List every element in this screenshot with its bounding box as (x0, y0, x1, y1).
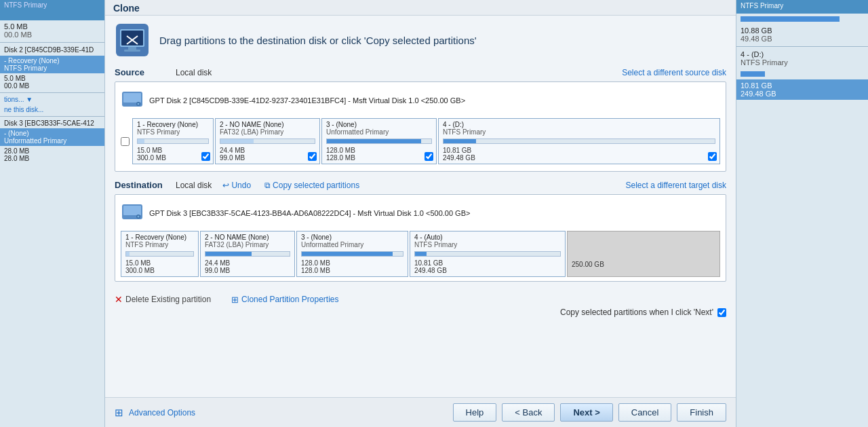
copy-icon: ⧉ (264, 181, 271, 190)
src-p4-sizes: 10.81 GB 249.48 GB (443, 147, 715, 162)
source-disk-detail: GPT Disk 2 [C845CD9B-339E-41D2-9237-2340… (149, 96, 465, 105)
back-button[interactable]: < Back (502, 403, 555, 422)
source-disk-panel: GPT Disk 2 [C845CD9B-339E-41D2-9237-2340… (115, 81, 726, 172)
footer: ⊞ Advanced Options Help < Back Next > Ca… (105, 397, 736, 427)
dest-partition-1[interactable]: 1 - Recovery (None) NTFS Primary 15.0 MB… (121, 231, 199, 277)
src-p4-bar (443, 138, 715, 144)
undo-icon: ↩ (222, 181, 229, 190)
right-item-1[interactable]: 10.88 GB 49.48 GB (736, 24, 868, 45)
dst-p4-sizes: 10.81 GB 249.48 GB (414, 259, 561, 274)
right-item-3[interactable]: 10.81 GB 249.48 GB (736, 79, 868, 100)
dest-partition-4[interactable]: 4 - (Auto) NTFS Primary 10.81 GB 249.48 … (410, 231, 566, 277)
source-disk-icon-wrap (121, 88, 144, 113)
svg-point-12 (138, 216, 140, 218)
dest-disk-detail: GPT Disk 3 [EBC3B33F-5CAE-4123-BB4A-AD6A… (149, 209, 470, 217)
copy-when-label: Copy selected partitions when I click 'N… (560, 308, 713, 317)
cloned-props-link[interactable]: ⊞ Cloned Partition Properties (231, 295, 338, 305)
copy-when-checkbox[interactable] (717, 308, 726, 317)
src-p3-checkbox[interactable] (425, 152, 433, 161)
sidebar-recovery[interactable]: - Recovery (None) NTFS Primary (0, 56, 104, 73)
dst-p3-sizes: 128.0 MB 128.0 MB (301, 259, 403, 274)
src-p3-bar (326, 138, 432, 144)
dst-p1-type: NTFS Primary (125, 241, 194, 248)
svg-rect-4 (124, 50, 140, 52)
dest-partition-3[interactable]: 3 - (None) Unformatted Primary 128.0 MB … (296, 231, 408, 277)
dst-p1-bar-fill (126, 252, 130, 256)
source-partitions-row: 1 - Recovery (None) NTFS Primary 15.0 MB… (132, 118, 720, 164)
src-p2-bar-fill (220, 139, 254, 143)
src-p3-bar-fill (327, 139, 421, 143)
src-p2-sizes: 24.4 MB 99.0 MB (220, 147, 315, 162)
select-source-link[interactable]: Select a different source disk (622, 68, 726, 77)
dst-p4-bar-fill (415, 252, 427, 256)
src-p2-name: 2 - NO NAME (None) (220, 121, 315, 128)
src-p1-sizes: 15.0 MB 300.0 MB (137, 147, 209, 162)
instruction-text: Drag partitions to the destination disk … (159, 35, 477, 46)
dst-p1-bar (125, 251, 194, 257)
dst-p4-bar (414, 251, 561, 257)
src-p1-checkbox[interactable] (201, 152, 210, 161)
cancel-button[interactable]: Cancel (618, 403, 671, 422)
dest-disk-info-text: GPT Disk 3 [EBC3B33F-5CAE-4123-BB4A-AD6A… (149, 209, 470, 217)
dst-p3-name: 3 - (None) (301, 234, 403, 241)
advanced-options-link[interactable]: Advanced Options (129, 408, 195, 417)
dst-p4-type: NTFS Primary (414, 241, 561, 248)
sidebar-clone-disk[interactable]: ne this disk... (0, 105, 104, 115)
source-select-all-checkbox[interactable] (121, 137, 130, 146)
right-item-2[interactable]: 4 - (D:) NTFS Primary (736, 48, 868, 69)
source-partition-4: 4 - (D:) NTFS Primary 10.81 GB 249.48 GB (438, 118, 720, 164)
svg-rect-10 (123, 206, 141, 215)
svg-rect-2 (121, 31, 143, 45)
right-panel: NTFS Primary 10.88 GB 49.48 GB 4 - (D:) … (736, 0, 868, 427)
dest-sub: Local disk (176, 181, 212, 190)
dest-disk-icon-wrap (121, 200, 144, 225)
dest-action-row: ↩ Undo ⧉ Copy selected partitions (222, 181, 359, 190)
src-p1-name: 1 - Recovery (None) (137, 121, 209, 128)
sidebar-disk2[interactable]: Disk 2 [C845CD9B-339E-41D (0, 44, 104, 56)
dst-p2-bar (205, 251, 290, 257)
src-p3-type: Unformatted Primary (326, 128, 432, 136)
bottom-options: ✕ Delete Existing partition ⊞ Cloned Par… (115, 290, 726, 308)
source-hd-icon (121, 88, 144, 111)
source-partition-2: 2 - NO NAME (None) FAT32 (LBA) Primary 2… (215, 118, 320, 164)
dst-p2-sizes: 24.4 MB 99.0 MB (205, 259, 290, 274)
source-section-header: Source Local disk Select a different sou… (115, 67, 726, 77)
dst-p1-name: 1 - Recovery (None) (125, 234, 194, 241)
dest-partition-2[interactable]: 2 - NO NAME (None) FAT32 (LBA) Primary 2… (200, 231, 295, 277)
sidebar-item-1[interactable]: 5.0 MB 00.0 MB (0, 20, 104, 41)
delete-partition-btn[interactable]: ✕ Delete Existing partition (115, 294, 211, 305)
content-area: Drag partitions to the destination disk … (105, 16, 736, 397)
sidebar-none-item[interactable]: - (None) Unformatted Primary (0, 128, 104, 146)
finish-button[interactable]: Finish (677, 403, 726, 422)
dest-hd-icon (121, 200, 144, 223)
dest-partitions-row: 1 - Recovery (None) NTFS Primary 15.0 MB… (121, 231, 720, 277)
dst-p2-name: 2 - NO NAME (None) (205, 234, 290, 241)
next-button[interactable]: Next > (560, 403, 612, 422)
src-p3-sizes: 128.0 MB 128.0 MB (326, 147, 432, 162)
instruction-row: Drag partitions to the destination disk … (115, 22, 726, 58)
source-disk-info-row: GPT Disk 2 [C845CD9B-339E-41D2-9237-2340… (121, 88, 720, 113)
dest-section-header: Destination Local disk ↩ Undo ⧉ Copy sel… (115, 180, 726, 190)
copy-partitions-button[interactable]: ⧉ Copy selected partitions (264, 181, 359, 190)
main-content: Clone Drag partitions to the destination… (105, 0, 736, 427)
sidebar-top: NTFS Primary (0, 0, 104, 20)
svg-rect-6 (123, 93, 141, 103)
source-partition-3: 3 - (None) Unformatted Primary 128.0 MB … (321, 118, 437, 164)
sidebar-options[interactable]: tions... ▼ (0, 94, 104, 105)
src-p3-name: 3 - (None) (326, 121, 432, 128)
select-target-link[interactable]: Select a different target disk (625, 181, 726, 190)
help-button[interactable]: Help (453, 403, 497, 422)
right-bar-1 (736, 14, 868, 24)
src-p2-checkbox[interactable] (308, 152, 317, 161)
src-p4-name: 4 - (D:) (443, 121, 715, 128)
clone-icon (115, 22, 150, 58)
undo-button[interactable]: ↩ Undo (222, 181, 251, 190)
src-p4-checkbox[interactable] (708, 152, 717, 161)
src-p2-type: FAT32 (LBA) Primary (220, 128, 315, 136)
advanced-options-icon: ⊞ (115, 407, 123, 419)
dest-disk-panel: GPT Disk 3 [EBC3B33F-5CAE-4123-BB4A-AD6A… (115, 194, 726, 282)
sidebar-sizes-2: 28.0 MB 28.0 MB (0, 146, 104, 164)
source-label: Source (115, 67, 169, 77)
right-top: NTFS Primary (736, 0, 868, 14)
dst-p2-type: FAT32 (LBA) Primary (205, 241, 290, 248)
